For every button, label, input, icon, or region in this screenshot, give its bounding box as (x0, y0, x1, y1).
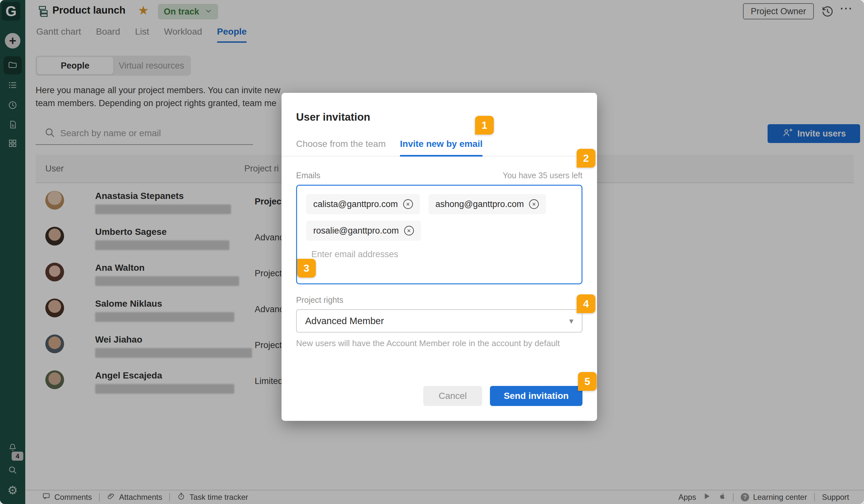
email-input-area[interactable]: calista@ganttpro.com × ashong@ganttpro.c… (296, 185, 583, 284)
callout-badge-2: 2 (577, 149, 596, 168)
remove-email-icon[interactable]: × (403, 199, 413, 209)
users-left-counter: You have 35 users left (503, 171, 583, 180)
project-rights-value: Advanced Member (305, 316, 384, 326)
callout-badge-1: 1 (475, 116, 494, 135)
user-invitation-modal: User invitation Choose from the team Inv… (281, 93, 597, 421)
email-chip-text: calista@ganttpro.com (313, 199, 398, 209)
project-rights-label: Project rights (296, 295, 583, 305)
tab-invite-new-by-email[interactable]: Invite new by email (400, 139, 482, 157)
project-rights-dropdown[interactable]: Advanced Member ▾ (296, 309, 583, 333)
callout-badge-4: 4 (577, 295, 596, 313)
tab-choose-from-team[interactable]: Choose from the team (296, 139, 386, 157)
emails-label: Emails (296, 171, 320, 180)
chevron-down-icon: ▾ (569, 316, 573, 326)
callout-badge-5: 5 (578, 372, 597, 391)
app-window: G + 4 ⚙ Product la (0, 0, 864, 504)
invitation-tabs: Choose from the team Invite new by email (281, 139, 597, 157)
email-chip-text: rosalie@ganttpro.com (313, 226, 399, 236)
email-chip-text: ashong@ganttpro.com (435, 199, 524, 209)
modal-title: User invitation (296, 111, 583, 123)
remove-email-icon[interactable]: × (529, 199, 539, 209)
callout-badge-3: 3 (297, 259, 316, 278)
email-chip: rosalie@ganttpro.com × (306, 220, 421, 241)
send-invitation-button[interactable]: Send invitation (490, 386, 583, 406)
email-address-input[interactable] (311, 249, 472, 260)
cancel-button[interactable]: Cancel (423, 386, 482, 406)
email-chip: ashong@ganttpro.com × (429, 194, 546, 214)
remove-email-icon[interactable]: × (404, 226, 414, 236)
rights-helper-text: New users will have the Account Member r… (296, 338, 583, 348)
email-chip: calista@ganttpro.com × (306, 194, 420, 214)
